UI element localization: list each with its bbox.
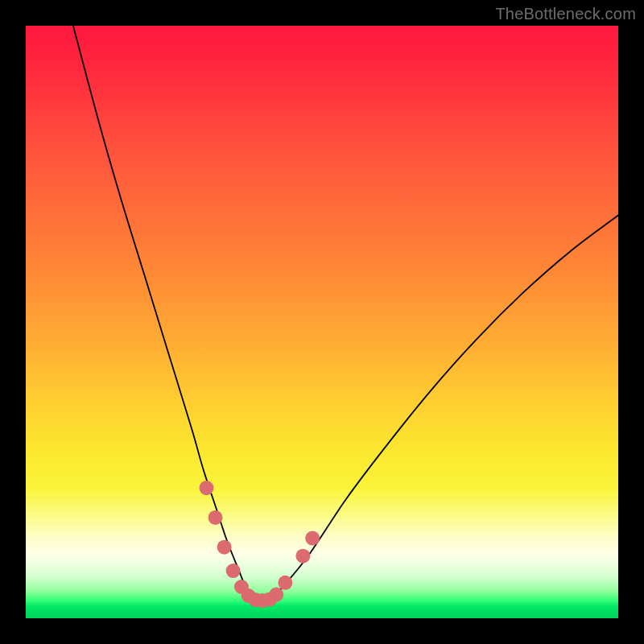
- bottleneck-curve: [73, 26, 618, 601]
- highlight-dot: [200, 481, 214, 495]
- highlight-dot: [208, 510, 223, 525]
- curve-layer: [26, 26, 618, 618]
- highlight-dot: [278, 576, 292, 590]
- highlight-dot: [269, 588, 283, 602]
- chart-frame: TheBottleneck.com: [0, 0, 644, 644]
- highlight-dot: [305, 531, 320, 546]
- highlight-dots: [200, 481, 320, 608]
- highlight-dot: [226, 564, 241, 578]
- watermark-text: TheBottleneck.com: [495, 5, 636, 23]
- highlight-dot: [295, 549, 310, 564]
- highlight-dot: [217, 540, 232, 555]
- plot-area: [26, 26, 618, 618]
